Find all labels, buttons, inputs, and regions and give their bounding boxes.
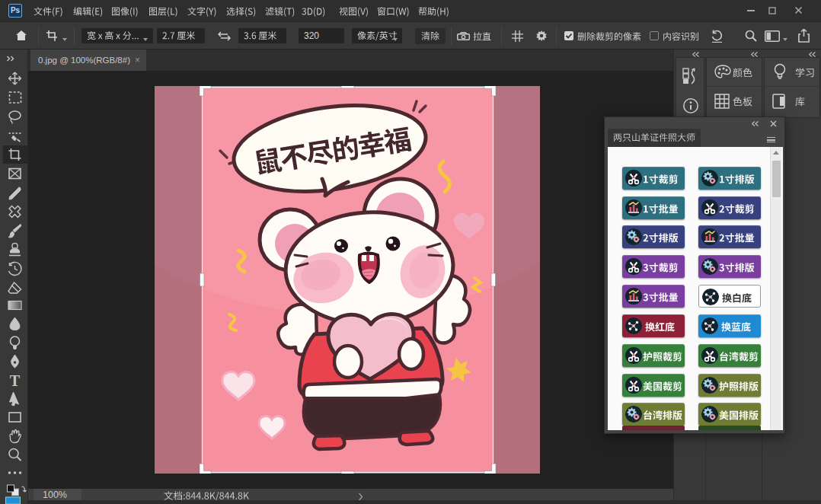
svg-text:T: T [10, 372, 21, 389]
